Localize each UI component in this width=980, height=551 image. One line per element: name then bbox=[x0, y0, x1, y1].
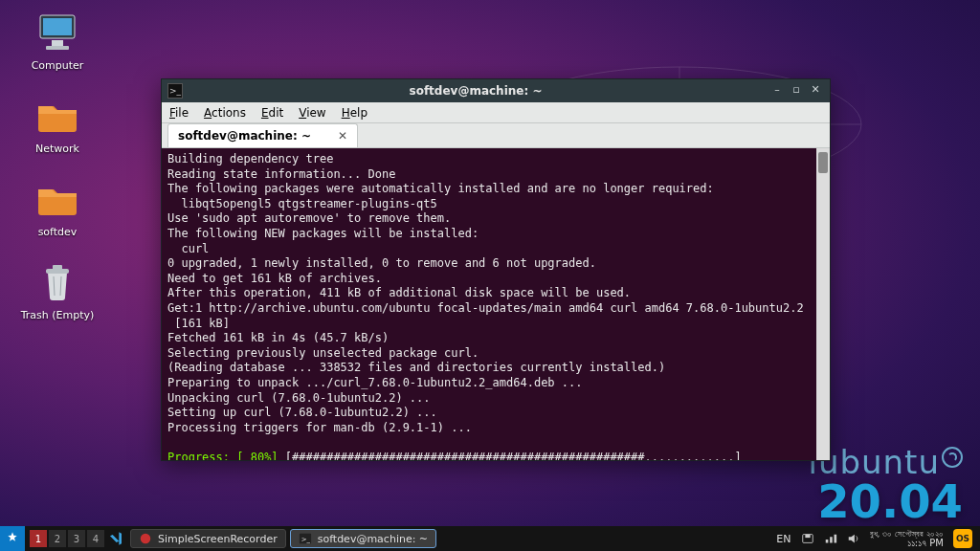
terminal-icon: >_ bbox=[299, 532, 312, 545]
menubar: File Actions Edit View Help bbox=[162, 102, 830, 123]
desktop-icon-label: Computer bbox=[32, 59, 84, 72]
menu-view[interactable]: View bbox=[299, 106, 325, 120]
folder-icon bbox=[34, 176, 80, 222]
tab-terminal[interactable]: softdev@machine: ~ ✕ bbox=[167, 123, 358, 147]
minimize-button[interactable]: – bbox=[770, 84, 784, 98]
titlebar[interactable]: >_ softdev@machine: ~ – ▫ ✕ bbox=[162, 79, 830, 102]
terminal-icon: >_ bbox=[167, 83, 183, 99]
os-badge[interactable]: OS bbox=[953, 529, 972, 548]
task-terminal[interactable]: >_ softdev@machine: ~ bbox=[290, 529, 436, 548]
svg-text:>_: >_ bbox=[301, 536, 310, 543]
app-menu-button[interactable] bbox=[0, 526, 25, 551]
menu-edit[interactable]: Edit bbox=[261, 106, 283, 120]
swirl-icon bbox=[942, 447, 963, 468]
window-title: softdev@machine: ~ bbox=[189, 84, 763, 98]
menu-file[interactable]: File bbox=[169, 106, 189, 120]
lubuntu-brand: lubuntu 20.04 bbox=[808, 443, 963, 522]
terminal-body[interactable]: Building dependency tree Reading state i… bbox=[162, 148, 830, 460]
task-ssr[interactable]: SimpleScreenRecorder bbox=[130, 529, 286, 548]
desktop: Computer Network softdev Trash (Empty) l… bbox=[0, 0, 980, 551]
desktop-icons: Computer Network softdev Trash (Empty) bbox=[19, 10, 96, 321]
task-label: SimpleScreenRecorder bbox=[158, 533, 278, 545]
svg-rect-10 bbox=[52, 40, 63, 46]
volume-icon[interactable] bbox=[847, 532, 860, 545]
tab-close-icon[interactable]: ✕ bbox=[338, 129, 347, 143]
workspace-3[interactable]: 3 bbox=[68, 530, 85, 547]
pinned-vscode[interactable] bbox=[105, 531, 126, 546]
svg-rect-20 bbox=[805, 535, 810, 539]
clock[interactable]: বুধ, ৩০ সেপ্টেম্বর ২০২০ ১১:১৭ PM bbox=[870, 530, 944, 548]
menu-actions[interactable]: Actions bbox=[204, 106, 246, 120]
workspace-1[interactable]: 1 bbox=[30, 530, 47, 547]
desktop-icon-home[interactable]: softdev bbox=[19, 176, 96, 238]
lang-indicator[interactable]: EN bbox=[776, 533, 791, 545]
record-icon bbox=[139, 532, 152, 545]
desktop-icon-trash[interactable]: Trash (Empty) bbox=[19, 259, 96, 321]
removable-media-icon[interactable] bbox=[801, 532, 814, 545]
desktop-icon-network[interactable]: Network bbox=[19, 93, 96, 155]
taskbar: 1 2 3 4 SimpleScreenRecorder >_ softdev@… bbox=[0, 526, 980, 551]
workspace-4[interactable]: 4 bbox=[87, 530, 104, 547]
workspace-switcher: 1 2 3 4 bbox=[29, 530, 105, 547]
desktop-icon-computer[interactable]: Computer bbox=[19, 10, 96, 72]
svg-rect-9 bbox=[43, 18, 72, 35]
workspace-2[interactable]: 2 bbox=[49, 530, 66, 547]
terminal-window[interactable]: >_ softdev@machine: ~ – ▫ ✕ File Actions… bbox=[161, 78, 831, 461]
tab-label: softdev@machine: ~ bbox=[178, 129, 311, 143]
maximize-button[interactable]: ▫ bbox=[790, 84, 803, 98]
folder-icon bbox=[34, 93, 80, 139]
menu-help[interactable]: Help bbox=[342, 106, 368, 120]
tray: EN বুধ, ৩০ সেপ্টেম্বর ২০২০ ১১:১৭ PM OS bbox=[776, 529, 980, 548]
desktop-icon-label: softdev bbox=[38, 226, 78, 238]
svg-point-16 bbox=[141, 534, 151, 544]
task-label: softdev@machine: ~ bbox=[318, 533, 428, 545]
brand-version: 20.04 bbox=[808, 481, 963, 522]
svg-rect-11 bbox=[46, 46, 69, 50]
desktop-icon-label: Trash (Empty) bbox=[21, 309, 95, 321]
svg-rect-13 bbox=[53, 265, 62, 270]
trash-icon bbox=[34, 259, 80, 305]
tabbar: softdev@machine: ~ ✕ bbox=[162, 123, 830, 148]
computer-icon bbox=[34, 10, 80, 55]
terminal-output: Building dependency tree Reading state i… bbox=[167, 152, 804, 434]
network-status-icon[interactable] bbox=[824, 532, 837, 545]
progress-bar: [#######################################… bbox=[285, 451, 742, 460]
progress-label: Progress: [ 80%] bbox=[167, 451, 278, 460]
close-button[interactable]: ✕ bbox=[809, 84, 822, 98]
clock-time: ১১:১৭ PM bbox=[907, 539, 944, 548]
scrollbar[interactable] bbox=[816, 148, 830, 460]
scrollbar-thumb[interactable] bbox=[818, 152, 828, 173]
desktop-icon-label: Network bbox=[35, 143, 79, 155]
